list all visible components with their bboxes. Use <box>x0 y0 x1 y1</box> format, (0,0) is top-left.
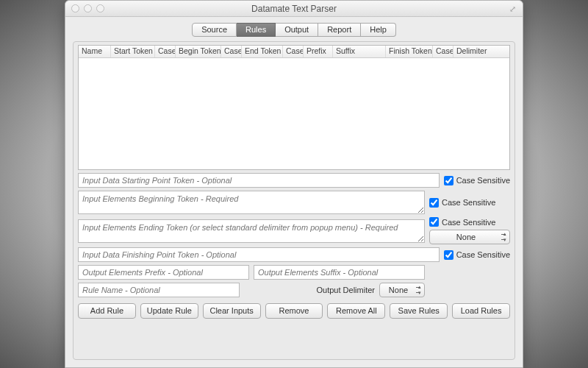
finish-token-input[interactable] <box>78 247 440 262</box>
update-rule-button[interactable]: Update Rule <box>140 303 198 319</box>
app-window: Datamate Text Parser ⤢ Source Rules Outp… <box>65 0 523 368</box>
col-delimiter[interactable]: Delimiter <box>453 46 509 57</box>
col-start-token[interactable]: Start Token <box>111 46 155 57</box>
zoom-icon[interactable] <box>96 4 104 13</box>
minimize-icon[interactable] <box>84 4 92 13</box>
rule-name-input[interactable] <box>78 283 240 297</box>
add-rule-button[interactable]: Add Rule <box>78 303 136 319</box>
prefix-input[interactable] <box>78 265 249 280</box>
checkbox-icon[interactable] <box>444 176 453 185</box>
checkbox-icon[interactable] <box>429 217 439 227</box>
tab-report[interactable]: Report <box>318 23 361 37</box>
load-rules-button[interactable]: Load Rules <box>452 303 510 319</box>
begin-token-case-checkbox[interactable]: Case Sensitive <box>429 198 510 208</box>
window-title: Datamate Text Parser <box>65 4 523 14</box>
remove-button[interactable]: Remove <box>265 303 323 319</box>
begin-token-input[interactable] <box>78 191 425 214</box>
fullscreen-icon[interactable]: ⤢ <box>509 4 518 13</box>
col-case-1[interactable]: Case <box>155 46 176 57</box>
button-bar: Add Rule Update Rule Clear Inputs Remove… <box>78 303 510 319</box>
titlebar: Datamate Text Parser ⤢ <box>65 1 523 17</box>
tab-output[interactable]: Output <box>276 23 318 37</box>
col-begin-token[interactable]: Begin Token <box>176 46 221 57</box>
col-case-2[interactable]: Case <box>221 46 242 57</box>
tab-bar: Source Rules Output Report Help <box>65 23 523 37</box>
table-header: Name Start Token Case Begin Token Case E… <box>79 46 509 58</box>
start-token-case-checkbox[interactable]: Case Sensitive <box>444 176 510 185</box>
end-token-input[interactable] <box>78 219 425 243</box>
window-controls <box>71 4 104 13</box>
col-finish-token[interactable]: Finish Token <box>386 46 433 57</box>
chevron-updown-icon: ▴▾ <box>418 284 421 296</box>
end-token-case-checkbox[interactable]: Case Sensitive <box>429 217 510 227</box>
output-delimiter-label: Output Delimiter <box>317 286 375 294</box>
col-prefix[interactable]: Prefix <box>304 46 333 57</box>
finish-token-case-checkbox[interactable]: Case Sensitive <box>444 250 510 260</box>
chevron-updown-icon: ▴▾ <box>503 231 506 243</box>
save-rules-button[interactable]: Save Rules <box>390 303 448 319</box>
col-case-4[interactable]: Case <box>433 46 453 57</box>
suffix-input[interactable] <box>254 265 425 280</box>
end-token-delimiter-select[interactable]: None ▴▾ <box>429 230 510 244</box>
col-suffix[interactable]: Suffix <box>333 46 386 57</box>
close-icon[interactable] <box>71 4 79 13</box>
tab-help[interactable]: Help <box>361 23 396 37</box>
output-delimiter-select[interactable]: None ▴▾ <box>379 283 425 297</box>
start-token-input[interactable] <box>78 173 440 188</box>
tab-rules[interactable]: Rules <box>237 23 276 37</box>
tab-source[interactable]: Source <box>192 23 237 37</box>
col-end-token[interactable]: End Token <box>242 46 283 57</box>
rules-panel: Name Start Token Case Begin Token Case E… <box>73 41 515 360</box>
col-case-3[interactable]: Case <box>283 46 304 57</box>
remove-all-button[interactable]: Remove All <box>327 303 385 319</box>
checkbox-icon[interactable] <box>444 250 453 260</box>
checkbox-icon[interactable] <box>429 198 439 208</box>
col-name[interactable]: Name <box>79 46 111 57</box>
rules-table[interactable]: Name Start Token Case Begin Token Case E… <box>78 45 510 170</box>
clear-inputs-button[interactable]: Clear Inputs <box>203 303 261 319</box>
